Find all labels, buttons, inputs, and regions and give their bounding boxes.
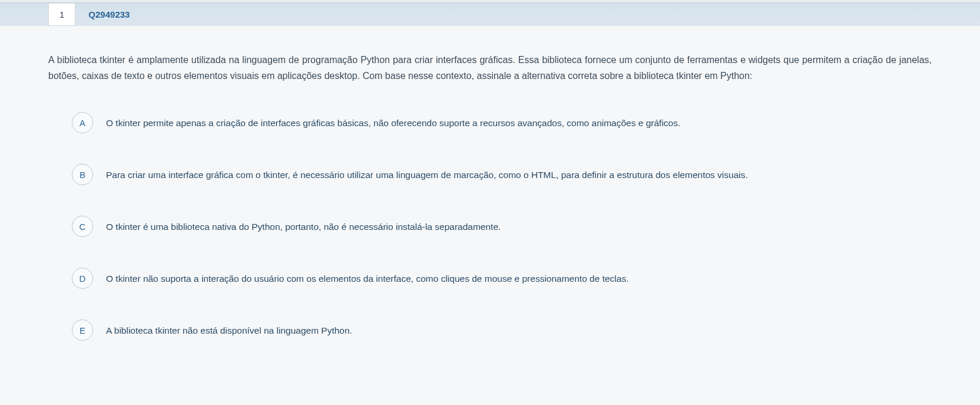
option-a[interactable]: A O tkinter permite apenas a criação de … <box>72 112 932 133</box>
option-letter-a: A <box>72 112 93 133</box>
option-letter-c: C <box>72 216 93 237</box>
option-letter-e: E <box>72 320 93 341</box>
question-container: 1 Q2949233 A biblioteca tkinter é amplam… <box>0 2 980 405</box>
question-body: A biblioteca tkinter é amplamente utiliz… <box>0 26 980 353</box>
option-text-c: O tkinter é uma biblioteca nativa do Pyt… <box>106 220 501 233</box>
option-letter-d: D <box>72 268 93 289</box>
option-d[interactable]: D O tkinter não suporta a interação do u… <box>72 268 932 289</box>
option-b[interactable]: B Para criar uma interface gráfica com o… <box>72 164 932 185</box>
option-e[interactable]: E A biblioteca tkinter não está disponív… <box>72 320 932 341</box>
question-id[interactable]: Q2949233 <box>75 9 130 19</box>
option-text-d: O tkinter não suporta a interação do usu… <box>106 272 628 285</box>
option-text-b: Para criar uma interface gráfica com o t… <box>106 169 748 182</box>
option-c[interactable]: C O tkinter é uma biblioteca nativa do P… <box>72 216 932 237</box>
question-number[interactable]: 1 <box>48 3 75 26</box>
option-text-e: A biblioteca tkinter não está disponível… <box>106 324 352 337</box>
question-header: 1 Q2949233 <box>0 2 980 26</box>
question-text: A biblioteca tkinter é amplamente utiliz… <box>48 52 932 84</box>
options-list: A O tkinter permite apenas a criação de … <box>48 112 932 341</box>
option-text-a: O tkinter permite apenas a criação de in… <box>106 117 680 130</box>
option-letter-b: B <box>72 164 93 185</box>
